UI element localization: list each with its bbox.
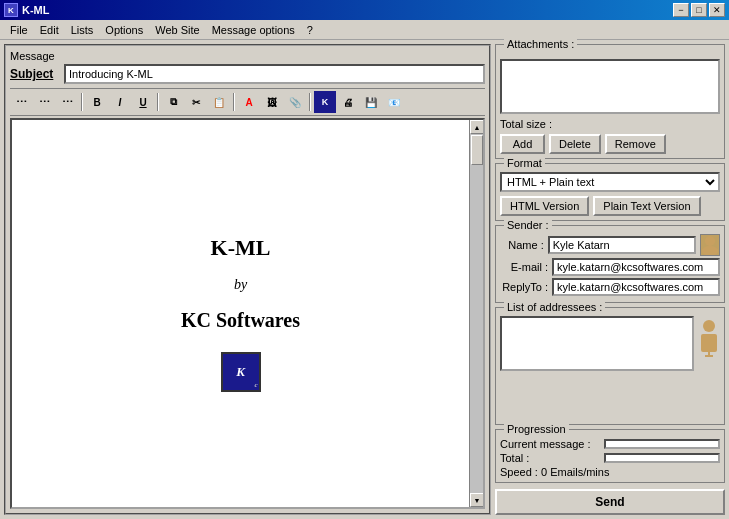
scroll-thumb[interactable] xyxy=(471,135,483,165)
editor-wrapper: K-ML by KC Softwares K c ▲ ▼ xyxy=(10,118,485,509)
toolbar-separator-1 xyxy=(81,93,83,111)
vertical-scrollbar[interactable]: ▲ ▼ xyxy=(469,120,483,507)
message-label: Message xyxy=(10,50,485,62)
progression-group: Progression Current message : Total : Sp… xyxy=(495,429,725,483)
menu-message-options[interactable]: Message options xyxy=(206,22,301,38)
align-center-button[interactable]: ⋯ xyxy=(33,91,55,113)
sender-name-input[interactable] xyxy=(548,236,696,254)
sender-email-label: E-mail : xyxy=(500,261,548,273)
remove-attachment-button[interactable]: Remove xyxy=(605,134,666,154)
editor-by: by xyxy=(234,277,247,293)
current-message-label: Current message : xyxy=(500,438,600,450)
editor-title: K-ML xyxy=(211,235,271,261)
attachments-group: Attachments : Total size : Add Delete Re… xyxy=(495,44,725,159)
underline-button[interactable]: U xyxy=(132,91,154,113)
cut-button[interactable]: ✂ xyxy=(185,91,207,113)
sender-avatar xyxy=(700,234,720,256)
sender-replyto-row: ReplyTo : xyxy=(500,278,720,296)
menu-options[interactable]: Options xyxy=(99,22,149,38)
current-message-bar xyxy=(604,439,720,449)
left-panel: Message Subject ⋯ ⋯ ⋯ B I U ⧉ ✂ 📋 A 🖼 📎 … xyxy=(4,44,491,515)
maximize-button[interactable]: □ xyxy=(691,3,707,17)
copy-format-button[interactable]: ⧉ xyxy=(162,91,184,113)
menu-bar: File Edit Lists Options Web Site Message… xyxy=(0,20,729,40)
link-button[interactable]: 📎 xyxy=(284,91,306,113)
toolbar-separator-3 xyxy=(233,93,235,111)
font-color-button[interactable]: A xyxy=(238,91,260,113)
close-button[interactable]: ✕ xyxy=(709,3,725,17)
scroll-down-button[interactable]: ▼ xyxy=(470,493,484,507)
speed-label: Speed : 0 Emails/mins xyxy=(500,466,720,478)
toolbar-separator-4 xyxy=(309,93,311,111)
sender-replyto-label: ReplyTo : xyxy=(500,281,548,293)
title-bar: K K-ML − □ ✕ xyxy=(0,0,729,20)
total-size-label: Total size : xyxy=(500,118,552,130)
menu-file[interactable]: File xyxy=(4,22,34,38)
format-group: Format HTML + Plain text HTML only Plain… xyxy=(495,163,725,221)
progression-title: Progression xyxy=(504,423,569,435)
editor-area[interactable]: K-ML by KC Softwares K c xyxy=(12,120,469,507)
kc-button[interactable]: K xyxy=(314,91,336,113)
title-bar-left: K K-ML xyxy=(4,3,50,17)
delete-attachment-button[interactable]: Delete xyxy=(549,134,601,154)
align-left-button[interactable]: ⋯ xyxy=(10,91,32,113)
current-message-row: Current message : xyxy=(500,438,720,450)
logo-text: K xyxy=(236,364,245,380)
sender-replyto-input[interactable] xyxy=(552,278,720,296)
menu-lists[interactable]: Lists xyxy=(65,22,100,38)
addressees-inner xyxy=(500,316,720,371)
attachments-title: Attachments : xyxy=(504,38,577,50)
menu-help[interactable]: ? xyxy=(301,22,319,38)
format-select-row: HTML + Plain text HTML only Plain text o… xyxy=(500,172,720,192)
subject-row: Subject xyxy=(10,64,485,84)
scroll-track[interactable] xyxy=(470,134,483,493)
addressees-title: List of addressees : xyxy=(504,301,605,313)
total-bar xyxy=(604,453,720,463)
format-buttons: HTML Version Plain Text Version xyxy=(500,196,720,216)
logo-sub: c xyxy=(254,381,257,389)
minimize-button[interactable]: − xyxy=(673,3,689,17)
right-panel: Attachments : Total size : Add Delete Re… xyxy=(495,44,725,515)
scroll-up-button[interactable]: ▲ xyxy=(470,120,484,134)
editor-logo: K c xyxy=(221,352,261,392)
formatting-toolbar: ⋯ ⋯ ⋯ B I U ⧉ ✂ 📋 A 🖼 📎 K 🖨 💾 📧 xyxy=(10,88,485,116)
italic-button[interactable]: I xyxy=(109,91,131,113)
menu-website[interactable]: Web Site xyxy=(149,22,205,38)
window-controls[interactable]: − □ ✕ xyxy=(673,3,725,17)
html-version-button[interactable]: HTML Version xyxy=(500,196,589,216)
sender-name-label: Name : xyxy=(500,239,544,251)
app-icon: K xyxy=(4,3,18,17)
paste-button[interactable]: 📋 xyxy=(208,91,230,113)
format-title: Format xyxy=(504,157,545,169)
menu-edit[interactable]: Edit xyxy=(34,22,65,38)
bold-button[interactable]: B xyxy=(86,91,108,113)
image-button[interactable]: 🖼 xyxy=(261,91,283,113)
send-button[interactable]: Send xyxy=(495,489,725,515)
add-attachment-button[interactable]: Add xyxy=(500,134,545,154)
svg-rect-3 xyxy=(701,334,717,352)
total-row: Total : xyxy=(500,452,720,464)
attachment-buttons: Add Delete Remove xyxy=(500,134,720,154)
email-send-button[interactable]: 📧 xyxy=(383,91,405,113)
svg-point-1 xyxy=(702,246,718,255)
subject-label: Subject xyxy=(10,67,60,81)
subject-input[interactable] xyxy=(64,64,485,84)
addressee-icon-area xyxy=(698,316,720,371)
addressees-group: List of addressees : xyxy=(495,307,725,425)
editor-company: KC Softwares xyxy=(181,309,300,332)
toolbar-separator-2 xyxy=(157,93,159,111)
total-size-row: Total size : xyxy=(500,118,720,130)
sender-group: Sender : Name : E-mail : ReplyTo : xyxy=(495,225,725,303)
preview-button[interactable]: 🖨 xyxy=(337,91,359,113)
plain-text-version-button[interactable]: Plain Text Version xyxy=(593,196,700,216)
format-select[interactable]: HTML + Plain text HTML only Plain text o… xyxy=(500,172,720,192)
sender-email-row: E-mail : xyxy=(500,258,720,276)
align-right-button[interactable]: ⋯ xyxy=(56,91,78,113)
main-container: Message Subject ⋯ ⋯ ⋯ B I U ⧉ ✂ 📋 A 🖼 📎 … xyxy=(0,40,729,519)
total-label: Total : xyxy=(500,452,600,464)
addressees-list[interactable] xyxy=(500,316,694,371)
sender-name-row: Name : xyxy=(500,234,720,256)
sender-email-input[interactable] xyxy=(552,258,720,276)
svg-point-0 xyxy=(705,236,715,246)
save-button[interactable]: 💾 xyxy=(360,91,382,113)
